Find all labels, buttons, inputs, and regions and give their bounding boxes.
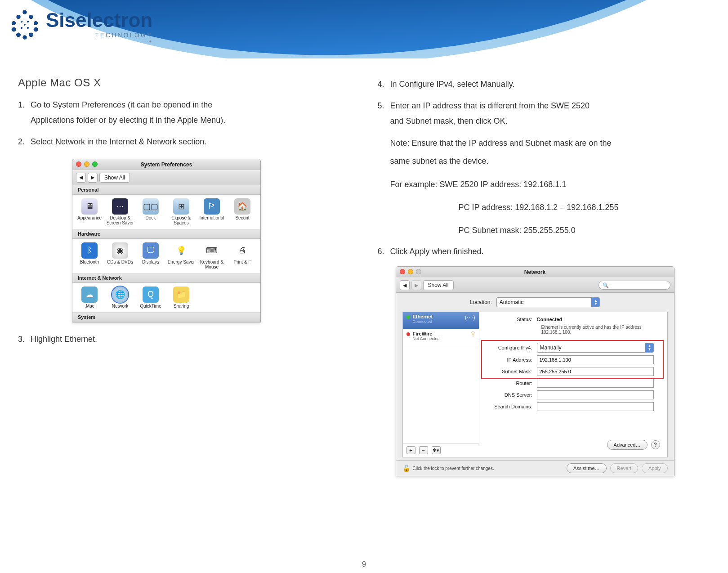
network-window: Network ◀ ▶ Show All 🔍 Location: Automat… — [396, 266, 674, 476]
revert-button[interactable]: Revert — [610, 463, 638, 473]
location-label: Location: — [470, 299, 492, 305]
example-line-1: For example: SWE 2520 IP address: 192.16… — [378, 177, 710, 192]
window-titlebar: System Preferences — [72, 159, 260, 170]
assist-me-button[interactable]: Assist me… — [567, 463, 607, 473]
brand-subtitle: TECHNOLOGY — [46, 31, 152, 39]
forward-button[interactable]: ▶ — [411, 280, 421, 290]
search-icon: 🔍 — [603, 282, 609, 288]
zoom-icon[interactable] — [416, 269, 421, 274]
close-icon[interactable] — [76, 161, 81, 167]
section-hardware: Hardware — [72, 229, 260, 239]
pref-dock[interactable]: ▢▢Dock — [135, 198, 166, 225]
configure-ipv4-label: Configure IPv4: — [483, 345, 537, 350]
step-6: Click Apply when finished. — [378, 244, 710, 259]
step-5: Enter an IP address that is different fr… — [378, 98, 710, 129]
apply-button[interactable]: Apply — [642, 463, 668, 473]
page-number: 9 — [362, 560, 366, 569]
ethernet-icon: ⟨⋯⟩ — [464, 314, 475, 321]
add-service-button[interactable]: + — [406, 446, 415, 454]
step-3: Highlight Ethernet. — [18, 331, 351, 347]
section-personal: Personal — [72, 185, 260, 195]
minimize-icon[interactable] — [408, 269, 413, 274]
brand-tagline: ·····● — [46, 39, 152, 44]
brand-name: Siselectron — [46, 9, 152, 31]
pref-bluetooth[interactable]: ᛒBluetooth — [74, 242, 105, 269]
pref-network[interactable]: 🌐Network — [105, 286, 135, 309]
status-label: Status: — [483, 317, 537, 322]
pref-desktop[interactable]: ···Desktop & Screen Saver — [105, 198, 135, 225]
section-title-macosx: Apple Mac OS X — [18, 76, 351, 89]
pref-keyboard[interactable]: ⌨Keyboard & Mouse — [197, 242, 227, 269]
note-line-2: same subnet as the device. — [378, 153, 710, 169]
network-titlebar: Network — [396, 267, 674, 278]
router-input[interactable] — [537, 379, 654, 388]
pref-energy[interactable]: 💡Energy Saver — [166, 242, 197, 269]
pref-international[interactable]: 🏳International — [197, 198, 227, 225]
show-all-button[interactable]: Show All — [423, 280, 454, 290]
service-ethernet[interactable]: Ethernet Connected ⟨⋯⟩ — [403, 312, 479, 329]
pref-print[interactable]: 🖨Print & F — [227, 242, 258, 269]
status-dot-icon — [406, 315, 410, 319]
pref-sharing[interactable]: 📁Sharing — [166, 286, 197, 309]
ip-address-input[interactable] — [537, 355, 654, 364]
lock-icon[interactable]: 🔓 — [402, 465, 410, 472]
system-preferences-window: System Preferences ◀ ▶ Show All Personal… — [72, 159, 261, 322]
pref-displays[interactable]: 🖵Displays — [135, 242, 166, 269]
configure-ipv4-select[interactable]: Manually ▲▼ — [537, 343, 654, 353]
section-system: System — [72, 313, 260, 322]
ip-address-label: IP Address: — [483, 357, 537, 363]
search-input[interactable]: 🔍 — [598, 281, 670, 290]
lock-text: Click the lock to prevent further change… — [413, 466, 494, 471]
zoom-icon[interactable] — [92, 161, 98, 167]
firewire-icon: Ÿ — [471, 331, 475, 338]
advanced-button[interactable]: Advanced… — [607, 440, 648, 450]
logo-icon — [9, 9, 40, 40]
pref-cds[interactable]: ◉CDs & DVDs — [105, 242, 135, 269]
search-domains-label: Search Domains: — [483, 404, 537, 409]
pref-security[interactable]: 🏠Securit — [227, 198, 258, 225]
status-value: Connected — [537, 317, 563, 322]
window-title: System Preferences — [141, 161, 192, 168]
remove-service-button[interactable]: − — [419, 446, 428, 454]
location-select[interactable]: Automatic ▲▼ — [496, 297, 600, 307]
forward-button[interactable]: ▶ — [88, 173, 98, 183]
example-line-3: PC Subnet mask: 255.255.255.0 — [378, 223, 710, 237]
service-firewire[interactable]: FireWire Not Connected Ÿ — [403, 329, 479, 346]
pref-quicktime[interactable]: QQuickTime — [135, 286, 166, 309]
step-4: In Configure IPv4, select Manually. — [378, 76, 710, 92]
dns-server-input[interactable] — [537, 390, 654, 399]
back-button[interactable]: ◀ — [76, 173, 86, 183]
pref-appearance[interactable]: 🖥Appearance — [74, 198, 105, 225]
step-1: Go to System Preferences (it can be open… — [18, 97, 351, 128]
brand-logo: Siselectron TECHNOLOGY ·····● — [9, 9, 152, 44]
example-line-2: PC IP address: 192.168.1.2 – 192.168.1.2… — [378, 200, 710, 215]
status-description: Ethernet is currently active and has the… — [541, 325, 649, 335]
section-internet: Internet & Network — [72, 273, 260, 283]
close-icon[interactable] — [400, 269, 405, 274]
subnet-mask-label: Subnet Mask: — [483, 369, 537, 374]
status-dot-icon — [406, 332, 410, 336]
service-actions-button[interactable]: ✻▾ — [432, 446, 441, 454]
back-button[interactable]: ◀ — [400, 280, 410, 290]
search-domains-input[interactable] — [537, 402, 654, 411]
dns-server-label: DNS Server: — [483, 392, 537, 398]
router-label: Router: — [483, 381, 537, 386]
note-line-1: Note: Ensure that the IP address and Sub… — [378, 135, 710, 151]
minimize-icon[interactable] — [84, 161, 89, 167]
subnet-mask-input[interactable] — [537, 367, 654, 376]
help-button[interactable]: ? — [651, 440, 660, 449]
pref-expose[interactable]: ⊞Exposé & Spaces — [166, 198, 197, 225]
pref-dotmac[interactable]: ☁.Mac — [74, 286, 105, 309]
network-title: Network — [524, 269, 545, 275]
show-all-button[interactable]: Show All — [99, 173, 130, 183]
step-2: Select Network in the Internet & Network… — [18, 134, 351, 149]
